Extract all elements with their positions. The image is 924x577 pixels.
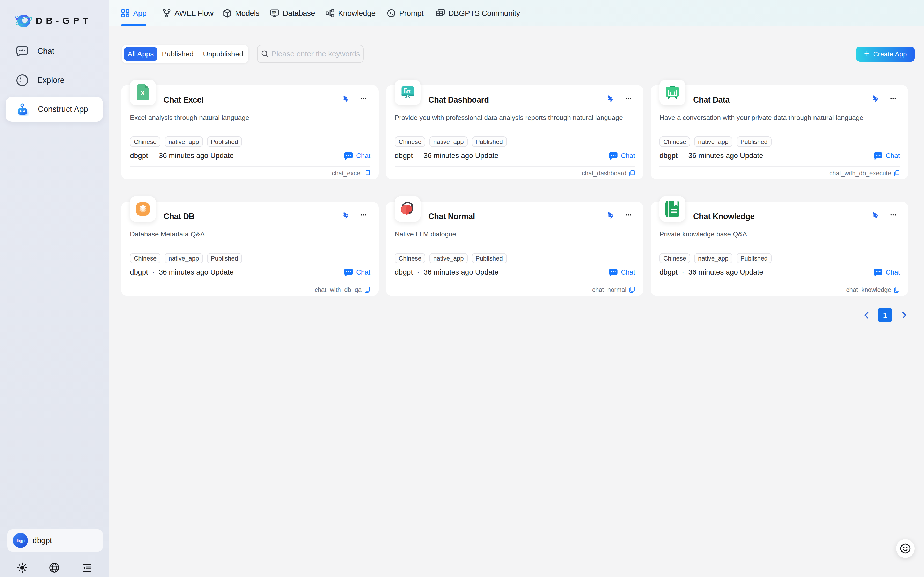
svg-text:X: X — [141, 90, 145, 97]
svg-text:SQL: SQL — [272, 11, 276, 14]
